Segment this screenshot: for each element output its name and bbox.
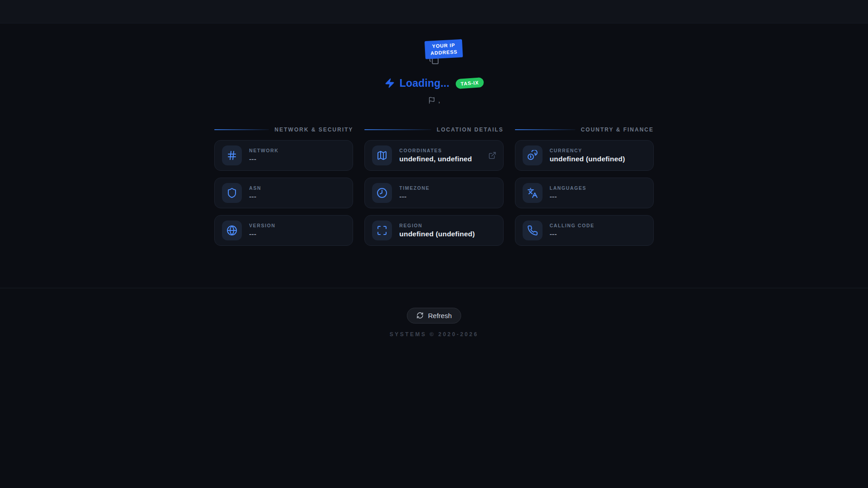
location-placeholder-text: , — [439, 97, 440, 104]
column-country-finance: COUNTRY & FINANCE CURRENCY undefined (un… — [515, 127, 654, 253]
card-value: --- — [399, 192, 429, 201]
card-value: --- — [550, 230, 594, 238]
calling-code-card: CALLING CODE --- — [515, 215, 654, 246]
globe-icon — [222, 221, 242, 240]
card-label: CALLING CODE — [550, 223, 594, 228]
card-value: undefined (undefined) — [399, 230, 475, 238]
external-link-icon[interactable] — [488, 151, 496, 160]
copyright-text: SYSTEMS © 2020-2026 — [0, 331, 868, 338]
card-label: REGION — [399, 223, 475, 228]
asn-card: ASN --- — [214, 178, 353, 208]
coins-icon — [523, 145, 542, 165]
card-label: CURRENCY — [550, 148, 625, 153]
coordinates-card: COORDINATES undefined, undefined — [364, 140, 503, 171]
card-value: --- — [249, 230, 275, 238]
section-title: NETWORK & SECURITY — [274, 127, 353, 133]
gradient-divider-line — [364, 129, 431, 130]
clock-icon — [372, 183, 392, 203]
card-label: COORDINATES — [399, 148, 472, 153]
lightning-bolt-icon — [384, 78, 395, 89]
section-header: LOCATION DETAILS — [364, 127, 503, 133]
timezone-card: TIMEZONE --- — [364, 178, 503, 208]
phone-icon — [523, 221, 542, 240]
gradient-divider-line — [214, 129, 269, 130]
card-label: VERSION — [249, 223, 275, 228]
refresh-icon — [416, 312, 424, 319]
badge-line-2: ADDRESS — [430, 48, 458, 56]
section-title: LOCATION DETAILS — [437, 127, 504, 133]
info-grid: NETWORK & SECURITY NETWORK --- ASN --- — [214, 127, 654, 253]
card-label: LANGUAGES — [550, 185, 587, 191]
card-label: ASN — [249, 185, 261, 191]
version-card: VERSION --- — [214, 215, 353, 246]
hash-icon — [222, 145, 242, 165]
refresh-button[interactable]: Refresh — [407, 308, 462, 324]
column-location-details: LOCATION DETAILS COORDINATES undefined, … — [364, 127, 503, 253]
card-value: undefined, undefined — [399, 155, 472, 163]
column-network-security: NETWORK & SECURITY NETWORK --- ASN --- — [214, 127, 353, 253]
card-label: NETWORK — [249, 148, 278, 153]
section-header: NETWORK & SECURITY — [214, 127, 353, 133]
languages-card: LANGUAGES --- — [515, 178, 654, 208]
shield-icon — [222, 183, 242, 203]
network-card: NETWORK --- — [214, 140, 353, 171]
card-value: undefined (undefined) — [550, 155, 625, 163]
flag-icon — [428, 97, 435, 104]
card-value: --- — [249, 155, 278, 163]
your-ip-address-badge: YOUR IP ADDRESS — [425, 39, 463, 59]
card-value: --- — [249, 192, 261, 201]
section-header: COUNTRY & FINANCE — [515, 127, 654, 133]
currency-card: CURRENCY undefined (undefined) — [515, 140, 654, 171]
map-icon — [372, 145, 392, 165]
refresh-button-label: Refresh — [428, 312, 452, 319]
card-label: TIMEZONE — [399, 185, 429, 191]
languages-icon — [523, 183, 542, 203]
section-title: COUNTRY & FINANCE — [581, 127, 654, 133]
top-bar — [0, 0, 868, 23]
gradient-divider-line — [515, 129, 576, 130]
maximize-icon — [372, 221, 392, 240]
card-value: --- — [550, 192, 587, 201]
region-card: REGION undefined (undefined) — [364, 215, 503, 246]
network-exchange-badge: TAS-IX — [456, 77, 484, 89]
loading-status-text: Loading... — [400, 77, 450, 89]
footer: Refresh SYSTEMS © 2020-2026 — [0, 288, 868, 338]
hero-section: YOUR IP ADDRESS Loading... TAS-IX , — [0, 41, 868, 104]
